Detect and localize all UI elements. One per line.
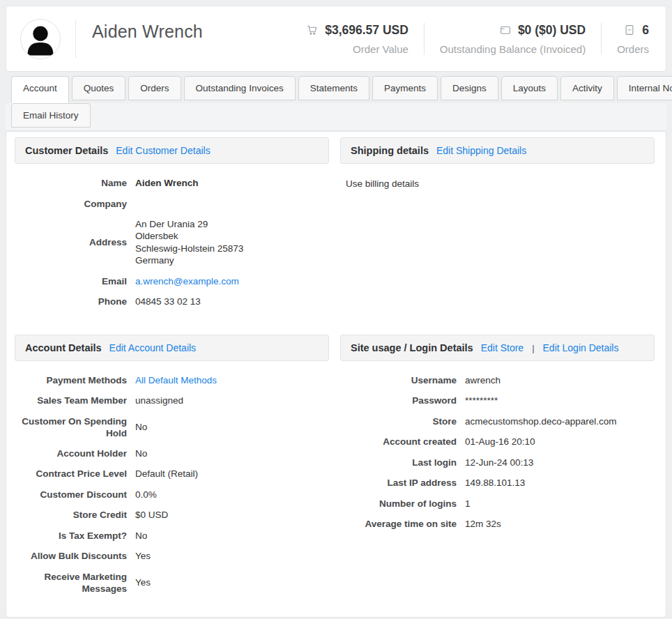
detail-label: Store: [340, 415, 457, 427]
cart-icon: [306, 24, 319, 36]
detail-label: Payment Methods: [15, 374, 127, 386]
customer-details-rows: NameAiden WrenchCompanyAddressAn Der Ura…: [15, 164, 329, 308]
account-tab-content: Customer Details Edit Customer Details N…: [6, 131, 666, 618]
detail-label: Allow Bulk Discounts: [15, 550, 127, 562]
site-usage-header: Site usage / Login Details Edit Store|Ed…: [340, 335, 655, 361]
shipping-details-header: Shipping details Edit Shipping Details: [340, 137, 655, 164]
detail-row-customer-on-spending-hold: Customer On Spending HoldNo: [15, 415, 329, 439]
panel-title: Customer Details: [25, 145, 108, 156]
account-details-rows: Payment MethodsAll Default MethodsSales …: [15, 361, 329, 595]
detail-value: Aiden Wrench: [135, 177, 199, 190]
outstanding-balance-label: Outstanding Balance (Invoiced): [440, 43, 586, 55]
customer-details-panel: Customer Details Edit Customer Details N…: [15, 137, 329, 316]
header-stats: $3,696.57 USD Order Value $0 ($0) USD Ou…: [291, 23, 650, 55]
panel-links: Edit Customer Details: [116, 145, 210, 156]
customer-details-header: Customer Details Edit Customer Details: [15, 137, 329, 164]
detail-value: 12m 32s: [465, 518, 501, 530]
detail-label: Company: [15, 198, 127, 210]
panel-links: Edit Store|Edit Login Details: [481, 342, 619, 353]
detail-value: 12-Jun-24 00:13: [465, 457, 533, 469]
detail-row-last-ip-address: Last IP address149.88.101.13: [340, 477, 655, 489]
stat-outstanding-balance: $0 ($0) USD Outstanding Balance (Invoice…: [424, 23, 601, 55]
panel-links: Edit Account Details: [109, 342, 197, 353]
detail-row-customer-discount: Customer Discount0.0%: [15, 489, 329, 501]
avatar: [20, 19, 61, 59]
detail-value: 04845 33 02 13: [135, 296, 201, 308]
tab-payments[interactable]: Payments: [372, 76, 438, 100]
detail-label: Username: [340, 374, 457, 386]
detail-row-sales-team-member: Sales Team Memberunassigned: [15, 395, 329, 407]
tab-layouts[interactable]: Layouts: [501, 76, 558, 100]
tab-outstanding-invoices[interactable]: Outstanding Invoices: [184, 76, 296, 100]
detail-value: No: [135, 530, 147, 542]
detail-row-account-holder: Account HolderNo: [15, 448, 329, 460]
detail-label: Store Credit: [15, 509, 127, 521]
detail-label: Address: [15, 236, 127, 248]
shipping-details-body: Use billing details: [340, 164, 655, 189]
detail-row-phone: Phone04845 33 02 13: [15, 296, 329, 308]
detail-label: Account Holder: [15, 448, 127, 459]
tab-designs[interactable]: Designs: [441, 76, 498, 100]
header-divider: [75, 20, 76, 59]
panel-links: Edit Shipping Details: [436, 145, 526, 156]
detail-value: Default (Retail): [135, 468, 198, 480]
tab-orders[interactable]: Orders: [128, 76, 181, 100]
tab-bar-row-2: Email History: [6, 103, 666, 131]
tab-activity[interactable]: Activity: [560, 76, 614, 100]
detail-row-contract-price-level: Contract Price LevelDefault (Retail): [15, 468, 329, 480]
outstanding-balance-amount: $0 ($0) USD: [518, 23, 586, 38]
detail-value: No: [135, 448, 147, 460]
detail-value: 1: [465, 498, 471, 510]
account-details-header: Account Details Edit Account Details: [15, 335, 329, 361]
detail-value[interactable]: All Default Methods: [135, 374, 217, 387]
detail-label: Sales Team Member: [15, 395, 127, 406]
detail-label: Last IP address: [340, 477, 457, 489]
detail-value: acmecustomshop.deco-apparel.com: [465, 415, 617, 428]
shipping-details-panel: Shipping details Edit Shipping Details U…: [340, 137, 655, 189]
detail-row-receive-marketing-messages: Receive Marketing MessagesYes: [15, 571, 329, 595]
detail-value: Yes: [135, 576, 151, 589]
edit-shipping-details-link[interactable]: Edit Shipping Details: [436, 145, 526, 156]
detail-row-average-time-on-site: Average time on site12m 32s: [340, 518, 655, 530]
detail-row-password: Password*********: [340, 395, 655, 407]
detail-label: Account created: [340, 436, 457, 448]
stat-order-value: $3,696.57 USD Order Value: [291, 23, 424, 55]
detail-label: Name: [15, 177, 127, 189]
tab-internal-notes[interactable]: Internal Notes: [617, 76, 672, 100]
detail-label: Is Tax Exempt?: [15, 530, 127, 542]
edit-customer-details-link[interactable]: Edit Customer Details: [116, 145, 210, 156]
site-usage-rows: UsernameawrenchPassword*********Storeacm…: [340, 361, 655, 530]
customer-name: Aiden Wrench: [92, 22, 291, 42]
person-silhouette-icon: [21, 20, 60, 59]
shipping-note: Use billing details: [340, 178, 655, 189]
tab-quotes[interactable]: Quotes: [72, 76, 126, 100]
order-value-amount: $3,696.57 USD: [325, 23, 408, 38]
detail-row-store-credit: Store Credit$0 USD: [15, 509, 329, 521]
tab-account[interactable]: Account: [11, 76, 69, 103]
detail-row-last-login: Last login12-Jun-24 00:13: [340, 457, 655, 469]
edit-store-link[interactable]: Edit Store: [481, 342, 524, 353]
site-usage-panel: Site usage / Login Details Edit Store|Ed…: [340, 335, 655, 539]
edit-account-details-link[interactable]: Edit Account Details: [109, 342, 197, 353]
panel-title: Account Details: [25, 342, 102, 353]
detail-value: $0 USD: [135, 509, 168, 521]
detail-value[interactable]: a.wrench@example.com: [135, 275, 239, 288]
detail-label: Phone: [15, 296, 127, 307]
tab-statements[interactable]: Statements: [298, 76, 369, 100]
detail-row-payment-methods: Payment MethodsAll Default Methods: [15, 374, 329, 387]
order-value-label: Order Value: [353, 43, 408, 55]
detail-value: No: [135, 421, 147, 434]
tab-email-history[interactable]: Email History: [11, 103, 91, 128]
orders-count: 6: [642, 23, 649, 38]
detail-value: Yes: [135, 550, 151, 563]
invoice-icon: [623, 24, 636, 36]
detail-value: 0.0%: [135, 489, 157, 501]
detail-row-address: AddressAn Der Urania 29 Oldersbek Schles…: [15, 218, 329, 267]
detail-row-is-tax-exempt: Is Tax Exempt?No: [15, 530, 329, 542]
detail-label: Average time on site: [340, 518, 457, 530]
edit-login-details-link[interactable]: Edit Login Details: [543, 342, 619, 353]
link-separator: |: [532, 343, 534, 353]
detail-row-company: Company: [15, 198, 329, 210]
detail-label: Password: [340, 395, 457, 406]
detail-value: *********: [465, 395, 498, 407]
